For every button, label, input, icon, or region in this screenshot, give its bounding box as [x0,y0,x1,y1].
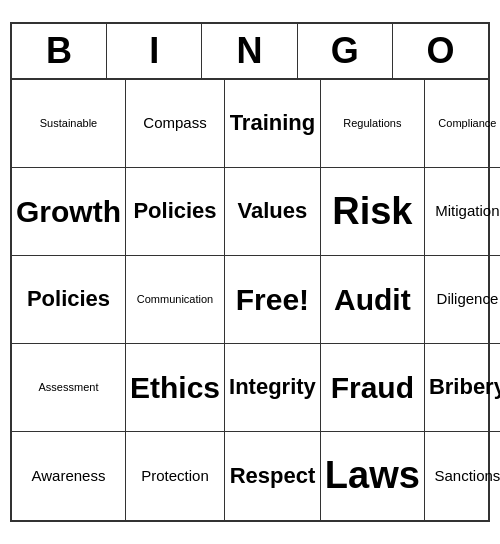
cell-text: Audit [334,283,411,316]
bingo-cell: Policies [126,168,225,256]
header-letter: B [12,24,107,78]
bingo-cell: Regulations [321,80,425,168]
cell-text: Compliance [438,117,496,129]
cell-text: Compass [143,115,206,132]
cell-text: Protection [141,468,209,485]
bingo-cell: Compliance [425,80,500,168]
cell-text: Bribery [429,375,500,399]
cell-text: Values [238,199,308,223]
bingo-cell: Policies [12,256,126,344]
cell-text: Training [230,111,316,135]
bingo-cell: Awareness [12,432,126,520]
bingo-card: BINGO SustainableCompassTrainingRegulati… [10,22,490,522]
header-letter: O [393,24,488,78]
bingo-cell: Growth [12,168,126,256]
cell-text: Fraud [331,371,414,404]
cell-text: Respect [230,464,316,488]
bingo-cell: Sustainable [12,80,126,168]
cell-text: Growth [16,195,121,228]
cell-text: Assessment [39,381,99,393]
cell-text: Communication [137,293,213,305]
cell-text: Mitigation [435,203,499,220]
bingo-cell: Sanctions [425,432,500,520]
bingo-cell: Diligence [425,256,500,344]
bingo-cell: Assessment [12,344,126,432]
bingo-cell: Respect [225,432,321,520]
cell-text: Diligence [437,291,499,308]
header-letter: I [107,24,202,78]
cell-text: Ethics [130,371,220,404]
bingo-header: BINGO [12,24,488,80]
bingo-cell: Protection [126,432,225,520]
cell-text: Policies [27,287,110,311]
cell-text: Awareness [32,468,106,485]
cell-text: Free! [236,283,309,316]
bingo-cell: Values [225,168,321,256]
cell-text: Integrity [229,375,316,399]
cell-text: Policies [133,199,216,223]
bingo-cell: Training [225,80,321,168]
bingo-cell: Communication [126,256,225,344]
header-letter: G [298,24,393,78]
bingo-cell: Integrity [225,344,321,432]
bingo-cell: Fraud [321,344,425,432]
bingo-cell: Ethics [126,344,225,432]
bingo-cell: Bribery [425,344,500,432]
header-letter: N [202,24,297,78]
cell-text: Sanctions [434,468,500,485]
bingo-cell: Mitigation [425,168,500,256]
bingo-cell: Compass [126,80,225,168]
bingo-cell: Free! [225,256,321,344]
cell-text: Sustainable [40,117,98,129]
bingo-cell: Laws [321,432,425,520]
cell-text: Laws [325,455,420,497]
bingo-cell: Audit [321,256,425,344]
bingo-cell: Risk [321,168,425,256]
cell-text: Regulations [343,117,401,129]
cell-text: Risk [332,191,412,233]
bingo-grid: SustainableCompassTrainingRegulationsCom… [12,80,488,520]
